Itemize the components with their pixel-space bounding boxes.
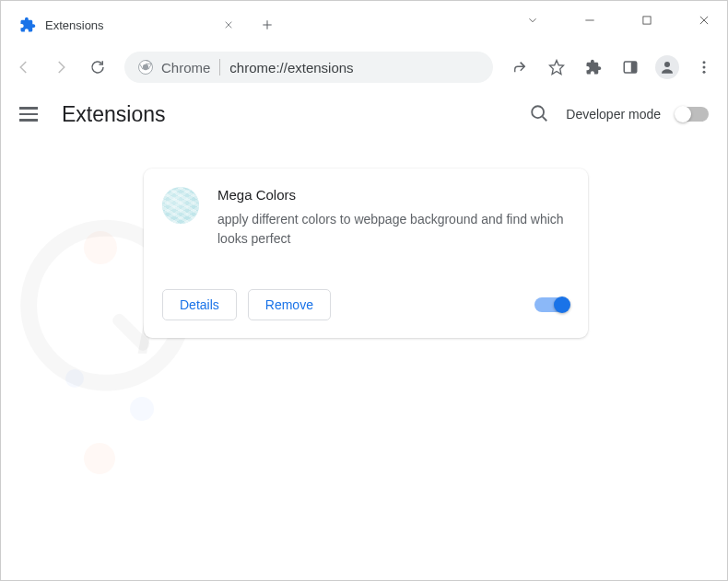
scheme-chip: Chrome — [137, 59, 210, 76]
close-tab-icon[interactable] — [220, 17, 237, 33]
page-title: Extensions — [62, 102, 166, 127]
share-icon[interactable] — [504, 52, 535, 83]
extensions-puzzle-icon[interactable] — [578, 52, 609, 83]
new-tab-button[interactable] — [253, 11, 281, 39]
svg-rect-12 — [631, 62, 637, 73]
reload-button[interactable] — [82, 52, 113, 83]
browser-toolbar: Chrome chrome://extensions — [1, 47, 727, 87]
back-button[interactable] — [8, 52, 40, 83]
side-panel-icon[interactable] — [615, 52, 646, 83]
forward-button[interactable] — [45, 52, 76, 83]
extension-enable-toggle[interactable] — [534, 297, 569, 312]
kebab-menu-icon[interactable] — [688, 52, 720, 83]
svg-point-15 — [703, 66, 706, 69]
remove-button[interactable]: Remove — [248, 289, 331, 320]
tab-title: Extensions — [45, 18, 211, 32]
svg-marker-10 — [550, 61, 564, 75]
scheme-label: Chrome — [161, 60, 210, 76]
developer-mode-toggle[interactable] — [675, 107, 709, 122]
profile-avatar[interactable] — [652, 52, 683, 83]
svg-point-16 — [703, 71, 706, 74]
svg-point-14 — [703, 61, 706, 64]
page-header: Extensions Developer mode — [1, 87, 727, 141]
details-button[interactable]: Details — [162, 289, 237, 320]
svg-point-17 — [532, 106, 544, 118]
extension-icon — [162, 187, 199, 224]
address-bar[interactable]: Chrome chrome://extensions — [124, 52, 493, 83]
svg-point-13 — [664, 62, 670, 67]
search-icon[interactable] — [529, 103, 551, 125]
tab-strip: Extensions — [1, 3, 727, 41]
url-text: chrome://extensions — [229, 60, 353, 76]
svg-line-18 — [543, 117, 547, 122]
puzzle-icon — [19, 17, 36, 33]
hamburger-menu-icon[interactable] — [19, 101, 45, 127]
svg-point-9 — [143, 64, 148, 70]
extension-description: apply different colors to webpage backgr… — [217, 210, 569, 249]
developer-mode-label: Developer mode — [566, 107, 661, 122]
extension-card: Mega Colors apply different colors to we… — [144, 168, 588, 338]
bookmark-star-icon[interactable] — [541, 52, 572, 83]
extension-name: Mega Colors — [217, 187, 569, 203]
tab-extensions[interactable]: Extensions — [8, 8, 248, 41]
divider — [219, 59, 220, 76]
